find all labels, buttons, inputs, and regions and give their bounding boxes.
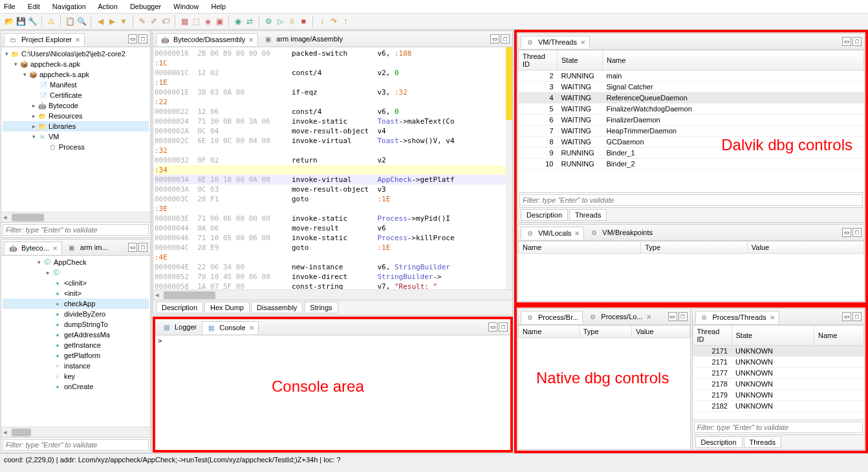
scrollbar[interactable]: ◂ <box>1 212 150 222</box>
tab-vm-locals[interactable]: ⚙VM/Locals✕ <box>521 227 584 240</box>
wrench-icon[interactable]: 🔧 <box>27 16 38 27</box>
maximize-icon[interactable]: □ <box>138 243 147 252</box>
proc-threads-table[interactable]: Thread IDStateName2171UNKNOWN2171UNKNOWN… <box>693 325 865 420</box>
minimize-icon[interactable]: ▭ <box>490 34 499 43</box>
tab-arm-asm[interactable]: ▣arm image/Assembly <box>259 33 347 45</box>
close-icon[interactable]: ✕ <box>52 245 58 252</box>
menu-action[interactable]: Action <box>98 3 118 10</box>
scrollbar[interactable]: ◂ <box>1 427 150 437</box>
maximize-icon[interactable]: □ <box>852 37 862 46</box>
vm-threads-table[interactable]: Thread IDStateName2RUNNINGmain3WAITINGSi… <box>518 50 864 192</box>
maximize-icon[interactable]: □ <box>501 34 510 43</box>
dbg-stepover-icon[interactable]: ↷ <box>329 16 339 27</box>
xref-icon[interactable]: ⬚ <box>191 16 201 27</box>
col-type[interactable]: Type <box>641 242 748 254</box>
minimize-icon[interactable]: ▭ <box>128 34 137 43</box>
col-name[interactable]: Name <box>519 242 641 254</box>
btab-disassembly[interactable]: Disassembly <box>251 302 303 313</box>
menu-window[interactable]: Window <box>173 3 199 10</box>
dbg-stepinto-icon[interactable]: ↓ <box>317 16 327 27</box>
col-value[interactable]: Value <box>632 326 689 338</box>
outline-tree[interactable]: ▾ⒸAppCheck ▸Ⓒ ●<clinit> ●<init> ●checkAp… <box>1 256 150 427</box>
down-icon[interactable]: ▼ <box>118 16 129 27</box>
dbg-stop-icon[interactable]: ■ <box>298 16 309 27</box>
type-icon[interactable]: ◈ <box>202 16 213 27</box>
close-icon[interactable]: ✕ <box>574 230 580 237</box>
warn-icon[interactable]: ⚠ <box>46 16 56 27</box>
btab-threads[interactable]: Threads <box>569 209 607 221</box>
close-icon[interactable]: ✕ <box>248 36 254 43</box>
copy-icon[interactable]: 📋 <box>65 16 75 27</box>
col-value[interactable]: Value <box>747 242 863 254</box>
struct-icon[interactable]: ▣ <box>214 16 224 27</box>
tab-logger[interactable]: ▤Logger <box>158 321 201 333</box>
parse-icon[interactable]: ◉ <box>233 16 243 27</box>
maximize-icon[interactable]: □ <box>678 312 688 321</box>
minimize-icon[interactable]: ▭ <box>842 37 851 46</box>
separator <box>41 16 42 27</box>
menu-edit[interactable]: Edit <box>28 3 40 10</box>
decomp-icon[interactable]: ⇄ <box>244 16 255 27</box>
tab-proc-lo[interactable]: ⚙Process/Lo...✕ <box>584 311 655 322</box>
tab-proc-br[interactable]: ⚙Process/Br... <box>521 311 583 324</box>
close-icon[interactable]: ✕ <box>249 324 254 332</box>
dbg-pause-icon[interactable]: ⏸ <box>287 16 297 27</box>
tab-arm[interactable]: ▣arm im... <box>63 242 112 253</box>
maximize-icon[interactable]: □ <box>138 34 147 43</box>
btab-threads[interactable]: Threads <box>744 436 781 448</box>
tab-console[interactable]: ▤Console✕ <box>202 321 258 334</box>
filter-input[interactable] <box>694 421 863 433</box>
col-name[interactable]: Name <box>519 326 580 338</box>
close-icon[interactable]: ✕ <box>580 39 585 46</box>
find-icon[interactable]: 🔍 <box>76 16 87 27</box>
project-explorer-tab[interactable]: 🗀 Project Explorer ✕ <box>4 33 85 46</box>
menu-navigation[interactable]: Navigation <box>52 3 86 10</box>
dbg-stepout-icon[interactable]: ↑ <box>340 16 351 27</box>
proc-br-table[interactable]: NameTypeValue <box>518 325 690 449</box>
pen-icon[interactable]: ✎ <box>137 16 147 27</box>
minimize-icon[interactable]: ▭ <box>842 228 851 237</box>
tab-bytecode[interactable]: 🤖Byteco...✕ <box>4 242 62 254</box>
filter-input[interactable] <box>519 194 863 206</box>
grid-icon[interactable]: ▦ <box>179 16 190 27</box>
maximize-icon[interactable]: □ <box>499 322 508 332</box>
tab-vm-threads[interactable]: ⚙VM/Threads✕ <box>521 36 590 49</box>
close-icon[interactable]: ✕ <box>75 36 80 43</box>
btab-description[interactable]: Description <box>521 209 568 221</box>
menu-debugger[interactable]: Debugger <box>130 3 161 10</box>
btab-hexdump[interactable]: Hex Dump <box>204 302 250 313</box>
filter-input[interactable] <box>3 439 149 451</box>
scroll-marker[interactable] <box>506 47 512 289</box>
tab-proc-threads[interactable]: ⚙Process/Threads✕ <box>695 311 779 324</box>
vm-locals-table[interactable]: NameTypeValue <box>518 241 864 301</box>
close-icon[interactable]: ✕ <box>770 314 775 321</box>
btab-strings[interactable]: Strings <box>304 302 338 313</box>
project-tree[interactable]: ▾📁C:\Users\Nicolas\jeb2\jeb2-core2 ▾📦app… <box>1 47 150 212</box>
btab-description[interactable]: Description <box>156 302 203 313</box>
back-icon[interactable]: ◀ <box>95 16 105 27</box>
tab-vm-breakpoints[interactable]: ⚙VM/Breakpoints <box>585 227 656 238</box>
minimize-icon[interactable]: ▭ <box>668 312 677 321</box>
dbg-run-icon[interactable]: ▷ <box>275 16 285 27</box>
console-body[interactable]: > <box>155 335 510 450</box>
maximize-icon[interactable]: □ <box>852 228 862 237</box>
filter-input[interactable] <box>3 224 149 236</box>
disassembly-body[interactable]: 00000016 2B 06 B9 00 00 00 packed-switch… <box>153 47 512 289</box>
minimize-icon[interactable]: ▭ <box>842 312 851 321</box>
dbg-attach-icon[interactable]: ⚙ <box>263 16 274 27</box>
close-icon[interactable]: ✕ <box>646 313 651 320</box>
menu-file[interactable]: File <box>4 3 16 10</box>
minimize-icon[interactable]: ▭ <box>128 243 137 252</box>
tab-disassembly[interactable]: 🤖Bytecode/Disassembly✕ <box>156 33 258 46</box>
tag-icon[interactable]: 🏷 <box>160 16 171 27</box>
save-icon[interactable]: 💾 <box>16 16 26 27</box>
open-icon[interactable]: 📂 <box>4 16 14 27</box>
fwd-icon[interactable]: ▶ <box>107 16 117 27</box>
maximize-icon[interactable]: □ <box>852 312 862 321</box>
minimize-icon[interactable]: ▭ <box>488 322 497 332</box>
btab-description[interactable]: Description <box>695 436 743 448</box>
col-type[interactable]: Type <box>579 326 632 338</box>
menu-help[interactable]: Help <box>211 3 226 10</box>
note-icon[interactable]: ✐ <box>149 16 159 27</box>
scrollbar[interactable]: ◂ <box>153 289 512 300</box>
